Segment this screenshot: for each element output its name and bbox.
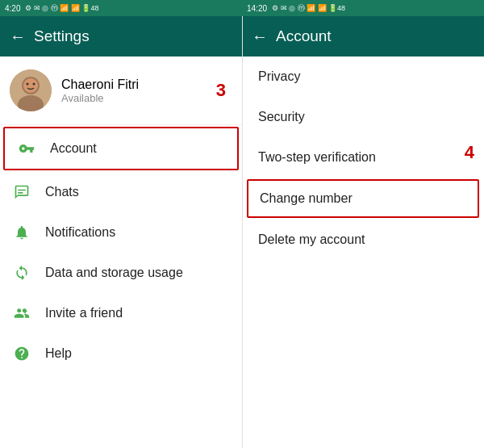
svg-point-3 — [23, 78, 38, 93]
delete-account-label: Delete my account — [258, 232, 365, 247]
data-icon — [13, 264, 31, 282]
menu-item-data-storage[interactable]: Data and storage usage — [0, 253, 242, 293]
step-4-label: 4 — [465, 142, 474, 163]
profile-status: Available — [61, 92, 139, 104]
right-menu-item-two-step[interactable]: Two-step verification 4 — [242, 137, 484, 178]
menu-item-help[interactable]: Help — [0, 333, 242, 374]
right-menu-item-change-number[interactable]: Change number — [247, 179, 479, 218]
avatar-image — [10, 69, 52, 111]
menu-item-chats[interactable]: Chats — [0, 172, 242, 212]
privacy-label: Privacy — [258, 69, 300, 84]
svg-point-4 — [27, 83, 29, 86]
avatar — [10, 69, 52, 111]
profile-section[interactable]: Chaeroni Fitri Available 3 — [0, 57, 242, 125]
invite-icon — [13, 304, 31, 322]
app-bar-settings: ← Settings — [0, 16, 242, 57]
invite-menu-label: Invite a friend — [45, 306, 123, 320]
account-menu-label: Account — [50, 141, 97, 156]
svg-rect-6 — [18, 190, 26, 191]
key-icon — [18, 140, 35, 157]
account-title: Account — [276, 27, 332, 45]
profile-info: Chaeroni Fitri Available — [61, 77, 139, 104]
indicators-right: ⚙ ✉ ◎ ⓜ 📶 📶 🔋48 — [272, 3, 345, 14]
right-menu-item-security[interactable]: Security — [242, 97, 484, 137]
settings-title: Settings — [34, 27, 90, 45]
time-left: 4:20 — [5, 4, 20, 13]
back-button-settings[interactable]: ← — [10, 27, 26, 46]
step-3-label: 3 — [216, 80, 232, 101]
right-menu-item-delete-account[interactable]: Delete my account — [242, 220, 484, 260]
left-panel: Chaeroni Fitri Available 3 Account Chats — [0, 57, 242, 448]
change-number-label: Change number — [260, 191, 353, 206]
indicators-left: ⚙ ✉ ◎ ⓜ 📶 📶 🔋48 — [25, 3, 98, 14]
menu-item-notifications[interactable]: Notifications — [0, 212, 242, 253]
profile-name: Chaeroni Fitri — [61, 77, 139, 92]
panel-divider — [242, 16, 243, 448]
svg-point-5 — [33, 83, 35, 86]
right-menu-item-privacy[interactable]: Privacy — [242, 57, 484, 97]
security-label: Security — [258, 110, 305, 124]
back-button-account[interactable]: ← — [252, 27, 268, 46]
time-right: 14:20 — [247, 4, 267, 13]
menu-item-invite[interactable]: Invite a friend — [0, 293, 242, 333]
status-bar-right: 14:20 ⚙ ✉ ◎ ⓜ 📶 📶 🔋48 — [242, 0, 484, 16]
app-bar-account: ← Account — [242, 16, 484, 57]
status-bar-left: 4:20 ⚙ ✉ ◎ ⓜ 📶 📶 🔋48 — [0, 0, 242, 16]
bell-icon — [13, 224, 31, 241]
help-menu-label: Help — [45, 346, 72, 361]
right-panel: Privacy Security Two-step verification 4… — [242, 57, 484, 448]
chat-icon — [13, 183, 31, 201]
notifications-menu-label: Notifications — [45, 225, 115, 240]
svg-rect-7 — [18, 192, 23, 194]
chats-menu-label: Chats — [45, 185, 79, 199]
data-storage-menu-label: Data and storage usage — [45, 266, 183, 280]
help-icon — [13, 345, 31, 362]
menu-item-account[interactable]: Account — [3, 127, 239, 170]
two-step-label: Two-step verification — [258, 150, 376, 165]
